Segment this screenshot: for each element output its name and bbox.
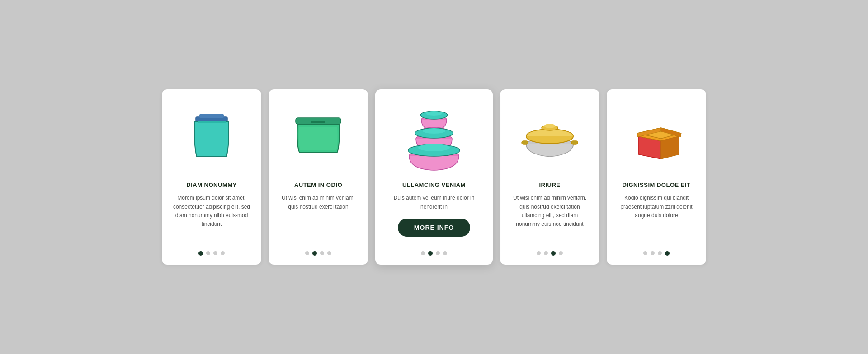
svg-point-8	[426, 111, 442, 116]
dot	[320, 251, 324, 255]
dot	[436, 251, 440, 255]
casserole-icon	[523, 112, 577, 161]
card-5-icon-area	[616, 100, 697, 172]
dot	[221, 251, 225, 255]
dot-active	[551, 251, 556, 256]
dot	[559, 251, 563, 255]
card-3-title: ULLAMCING VENIAM	[402, 182, 466, 188]
bowls-icon	[400, 102, 468, 170]
card-1: DIAM NONUMMY Morem ipsum dolor sit amet,…	[162, 89, 261, 264]
card-4: IRIURE Ut wisi enim ad minim veniam, qui…	[500, 89, 599, 264]
dot	[421, 251, 425, 255]
svg-rect-2	[198, 121, 226, 123]
card-3-icon-area	[384, 100, 484, 172]
dot-active	[665, 251, 670, 256]
card-4-text: Ut wisi enim ad minim veniam, quis nostr…	[509, 194, 590, 243]
box-icon	[629, 112, 684, 161]
card-4-dots	[537, 251, 563, 256]
svg-rect-1	[199, 114, 224, 118]
card-3-dots	[421, 251, 447, 256]
card-2: AUTEM IN ODIO Ut wisi enim ad minim veni…	[269, 89, 368, 264]
dot-active	[198, 251, 203, 256]
svg-rect-4	[311, 121, 326, 123]
dot-active	[428, 251, 433, 256]
card-3: ULLAMCING VENIAM Duis autem vel eum iriu…	[375, 89, 493, 264]
more-info-button[interactable]: MORE INFO	[398, 219, 470, 237]
dot	[206, 251, 210, 255]
card-5: DIGNISSIM DOLOE EIT Kodio dignissim qui …	[607, 89, 706, 264]
svg-rect-20	[522, 141, 528, 144]
card-2-text: Ut wisi enim ad minim veniam, quis nostr…	[278, 194, 359, 243]
svg-rect-21	[571, 141, 578, 144]
dot	[544, 251, 548, 255]
bucket-icon	[187, 107, 236, 166]
dot	[443, 251, 447, 255]
container-icon	[291, 112, 345, 161]
card-1-title: DIAM NONUMMY	[186, 182, 236, 188]
card-1-icon-area	[171, 100, 252, 172]
card-container: DIAM NONUMMY Morem ipsum dolor sit amet,…	[148, 71, 720, 282]
card-2-title: AUTEM IN ODIO	[294, 182, 342, 188]
svg-point-19	[544, 124, 555, 128]
svg-point-12	[423, 128, 445, 134]
dot	[327, 251, 331, 255]
dot	[213, 251, 217, 255]
card-3-text: Duis autem vel eum iriure dolor in hendr…	[384, 194, 484, 211]
card-1-dots	[198, 251, 225, 256]
card-4-icon-area	[509, 100, 590, 172]
card-5-text: Kodio dignissim qui blandit praesent lup…	[616, 194, 697, 243]
svg-point-15	[418, 144, 450, 151]
card-1-text: Morem ipsum dolor sit amet, consectetuer…	[171, 194, 252, 243]
dot-active	[312, 251, 317, 256]
card-5-title: DIGNISSIM DOLOE EIT	[622, 182, 690, 188]
dot	[537, 251, 541, 255]
dot	[651, 251, 655, 255]
card-2-icon-area	[278, 100, 359, 172]
dot	[658, 251, 662, 255]
card-4-title: IRIURE	[539, 182, 560, 188]
card-5-dots	[643, 251, 670, 256]
dot	[643, 251, 647, 255]
dot	[305, 251, 309, 255]
card-2-dots	[305, 251, 331, 256]
